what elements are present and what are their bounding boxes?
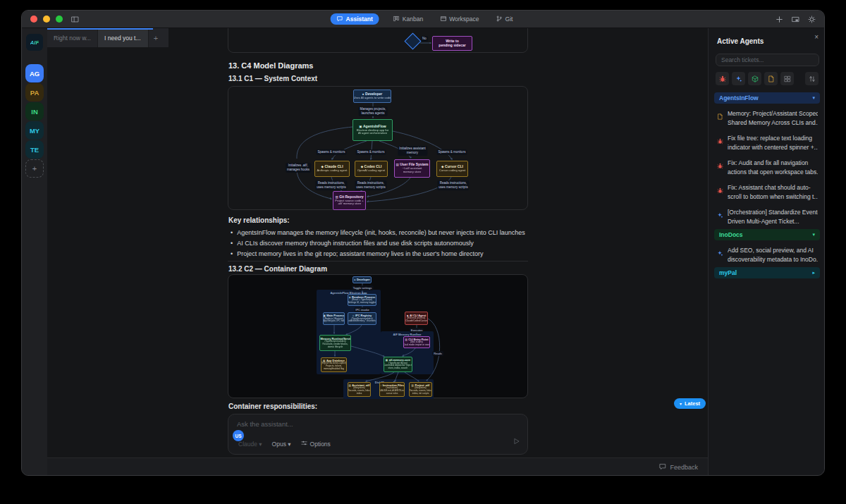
c2-node-project-aif: ▥Project .aif/(filesystem)Records, event… [409, 382, 432, 397]
minimize-window-button[interactable] [43, 16, 50, 23]
c2-edge-label: IPC invoke [354, 307, 370, 312]
feedback-button[interactable]: Feedback [659, 463, 698, 472]
app-logo[interactable]: AIF [26, 34, 43, 51]
chat-input[interactable] [237, 420, 448, 428]
agent-section-mypal[interactable]: myPal▸ [714, 267, 820, 278]
c2-node-instruction-files: □Instruction Files(markdown)CLAUDE.md, A… [379, 382, 405, 397]
node-subtitle: Claude/Codex/Cursor [405, 320, 427, 323]
node-subtitle: Uses AI agents to write code [353, 97, 391, 100]
c1-edge-label: Spawns & monitors [317, 149, 347, 155]
close-window-button[interactable] [30, 16, 37, 23]
chevron-down-icon: ▾ [812, 232, 815, 238]
ticket-item[interactable]: Add SEO, social preview, and AIdiscovera… [709, 242, 825, 267]
bug-filter-button[interactable] [716, 72, 729, 85]
grid-filter-button[interactable] [780, 72, 794, 85]
panel-title: Active Agents [717, 37, 764, 45]
new-document-tab-button[interactable]: + [149, 28, 163, 47]
agent-rail: AIF AGPAINMYTE+ [22, 28, 47, 476]
c1-node-claude-cli: ◆Claude CLIAnthropic coding agent [314, 161, 350, 177]
c1-edge-label: Initializes assistantmemory [398, 146, 427, 156]
ticket-item[interactable]: Fix: Assistant chat should auto-scroll t… [709, 180, 825, 204]
git-icon [496, 16, 503, 23]
search-tickets-input[interactable] [716, 54, 819, 66]
nav-tab-kanban[interactable]: Kanban [391, 13, 426, 25]
divider [228, 261, 528, 262]
active-tab-indicator [47, 28, 153, 30]
ticket-text: Fix: Audit and fix all navigationactions… [728, 159, 818, 176]
document-canvas: No Write to pending sidecar 13. C4 Model… [228, 28, 528, 457]
zoom-window-button[interactable] [56, 16, 63, 23]
document-tab-0[interactable]: Right now w... [47, 28, 98, 47]
titlebar-actions [776, 16, 816, 23]
c2-node-ipc-registry: ◇IPC Registry(TypeScript modules)aiAssis… [348, 312, 376, 325]
send-icon[interactable] [513, 435, 520, 448]
traffic-lights [30, 16, 63, 23]
key-relationships-list: AgentsInFlow manages the memory lifecycl… [231, 228, 525, 259]
model-variant-selector[interactable]: Opus ▾ [272, 441, 291, 448]
document-tab-1[interactable]: I need you t... [98, 28, 149, 47]
bullet-item: Project memory lives in the git repo; as… [231, 249, 525, 259]
agent-section-inodocs[interactable]: InoDocs▾ [714, 229, 820, 240]
storage-icon: ▤ [396, 163, 398, 166]
sidebar-agent-pa[interactable]: PA [25, 83, 44, 102]
node-subtitle: store, index, search [388, 367, 408, 370]
settings-icon[interactable] [808, 16, 816, 23]
chevron-down-icon: ▾ [680, 401, 682, 406]
node-subtitle: memory store [403, 171, 422, 174]
node-subtitle: memoryEnabled flag [324, 368, 344, 371]
sparkles-filter-button[interactable] [732, 72, 745, 85]
ticket-item[interactable]: Fix file tree: replace text loadingindic… [709, 130, 825, 155]
c1-edge-label: Spawns & monitors [437, 149, 467, 155]
sort-tickets-button[interactable] [805, 72, 819, 85]
node-subtitle: Settings UI, memory toggles [348, 302, 376, 305]
model-selector[interactable]: Claude ▾ [238, 441, 262, 448]
ticket-item[interactable]: Fix: Audit and fix all navigationactions… [709, 155, 825, 180]
nav-tab-git[interactable]: Git [494, 13, 516, 25]
c2-container-diagram: AgentsInFlow Electron AppAIF Memory Runt… [228, 274, 528, 398]
status-footer: Feedback [47, 457, 708, 476]
ticket-item[interactable]: [Orchestration] Standardize Event-Driven… [709, 204, 825, 229]
container-responsibilities-heading: Container responsibilities: [228, 402, 317, 410]
subsection-heading-c1: 13.1 C1 — System Context [228, 75, 317, 82]
sidebar-agent-in[interactable]: IN [25, 102, 44, 121]
ticket-text: Fix: Assistant chat should auto-scroll t… [728, 183, 818, 201]
close-panel-icon[interactable]: × [814, 33, 819, 41]
c1-edge-label: Manages projects,launches agents [359, 106, 388, 116]
nav-tab-assistant[interactable]: Assistant [331, 13, 379, 25]
key-relationships-heading: Key relationships: [228, 216, 290, 224]
c2-node-main-process: ▣Main Process(Node.js / Electron)App lif… [323, 312, 345, 325]
node-subtitle: .aif/ memory store [338, 202, 362, 206]
ticket-item[interactable]: Memory: Project/Assistant ScopedShared M… [709, 106, 825, 130]
node-subtitle: index [357, 393, 362, 395]
nav-tab-workspace[interactable]: Workspace [437, 13, 482, 25]
c2-edge-label: Toggle settings [352, 285, 374, 290]
ticket-filters [716, 72, 819, 85]
agent-section-agentsinflow[interactable]: AgentsInFlow▾ [714, 92, 820, 104]
c2-edge-label: Executes [410, 328, 424, 333]
c2-edges [228, 275, 529, 399]
new-tab-icon[interactable] [776, 16, 783, 23]
options-button[interactable]: Options [301, 440, 331, 448]
sidebar-agent-my[interactable]: MY [25, 121, 44, 140]
c2-node-app-database: ▤App Database(SQLite via better-sqlite3)… [321, 357, 347, 372]
add-agent-button[interactable]: + [25, 159, 44, 178]
react-icon: ◈ [349, 296, 351, 299]
package-icon: ▦ [386, 359, 388, 362]
node-subtitle: Cursor coding agent [439, 169, 466, 173]
picture-in-picture-icon[interactable] [792, 16, 799, 23]
file-filter-button[interactable] [764, 72, 778, 85]
assistant-chat-input-panel: US Claude ▾ Opus ▾ Options [228, 414, 528, 455]
c1-edge-label: Reads instructions,uses memory scripts [355, 180, 386, 190]
node-subtitle: aiAssistMemory.* channels [348, 320, 375, 323]
sidebar-agent-ag[interactable]: AG [25, 64, 44, 82]
package-filter-button[interactable] [748, 72, 761, 85]
toggle-sidebar-icon[interactable] [71, 16, 79, 23]
chevron-right-icon: ▸ [812, 270, 815, 276]
scroll-to-latest-button[interactable]: ▾ Latest [674, 398, 706, 409]
user-avatar[interactable]: US [233, 430, 244, 441]
sidebar-agent-te[interactable]: TE [25, 140, 44, 159]
section-heading: 13. C4 Model Diagrams [228, 61, 313, 70]
c1-node-cursor-cli: ◆Cursor CLICursor coding agent [436, 161, 468, 177]
document-tabstrip: Right now w...I need you t...+ [47, 28, 168, 47]
node-subtitle: OpenAI coding agent [357, 169, 385, 173]
